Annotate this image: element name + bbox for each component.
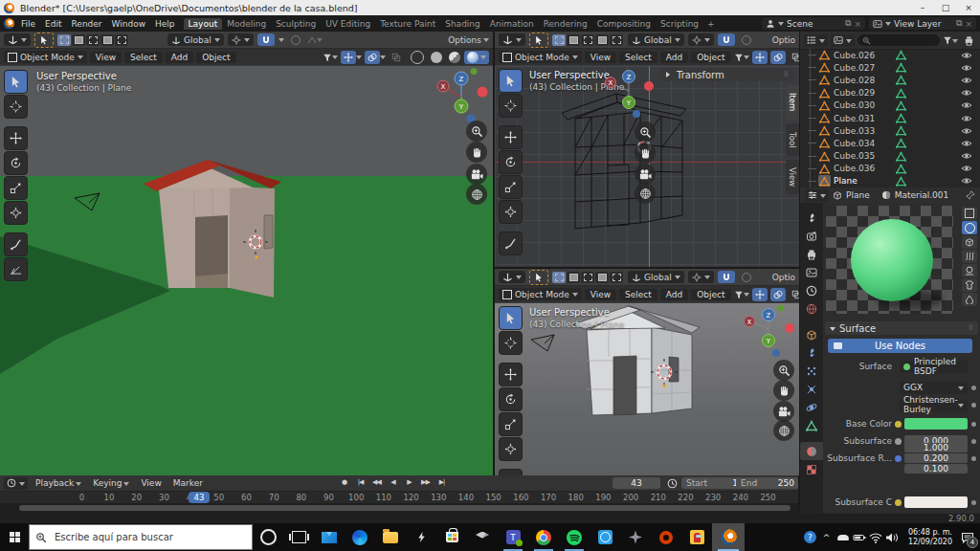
outliner-row[interactable]: Cube.030 (800, 99, 980, 112)
visibility-eye-icon[interactable] (961, 125, 972, 137)
select-extend-button[interactable] (610, 34, 623, 46)
outliner-row[interactable]: Cube.035 (800, 150, 980, 163)
overlays-toggle[interactable] (770, 288, 786, 301)
editor-type-button[interactable] (805, 189, 829, 202)
auto-keying-stopwatch-icon[interactable] (667, 478, 678, 489)
visibility-eye-icon[interactable] (961, 75, 972, 86)
transform-pivot-dropdown[interactable] (688, 271, 714, 283)
annotate-tool[interactable] (4, 232, 28, 256)
pan-hand-button[interactable] (773, 380, 794, 401)
use-nodes-button[interactable]: Use Nodes (828, 339, 972, 353)
object-visibility-dropdown[interactable] (734, 51, 749, 64)
mesh-object-icon[interactable] (818, 50, 831, 61)
tab-material[interactable] (800, 442, 823, 460)
preview-flat-button[interactable] (962, 207, 977, 220)
annotate-tool[interactable] (499, 231, 523, 255)
cortana-button[interactable] (253, 523, 283, 551)
material-preview[interactable] (826, 206, 953, 314)
new-collection-button[interactable] (961, 33, 976, 47)
select-circle-button[interactable] (581, 34, 594, 46)
tab-view-layer[interactable] (800, 263, 823, 281)
select-extend-button[interactable] (610, 272, 623, 283)
transform-orientation-dropdown[interactable]: Global (628, 271, 684, 283)
perspective-toggle-button[interactable] (773, 420, 794, 441)
mode-dropdown[interactable]: Object Mode (4, 51, 87, 63)
subsurface-method-dropdown[interactable]: Christensen-Burley (900, 399, 968, 411)
select-lasso-button[interactable] (595, 34, 609, 46)
visibility-eye-icon[interactable] (961, 62, 972, 74)
shading-rendered-button[interactable] (464, 51, 489, 64)
preview-cube-button[interactable] (962, 235, 977, 249)
mesh-object-icon[interactable] (818, 99, 831, 111)
view-layer-selector[interactable]: View Layer ⧉ × (869, 17, 976, 30)
subsurface-color-swatch[interactable] (904, 496, 968, 508)
mesh-object-icon[interactable] (818, 113, 831, 124)
among-us-app-icon[interactable] (681, 523, 712, 551)
workspace-tab[interactable]: Scripting (656, 18, 703, 30)
transform-tool[interactable] (499, 437, 523, 461)
outliner-row[interactable]: Plane (800, 175, 980, 187)
snap-toggle[interactable] (718, 33, 735, 46)
visibility-eye-icon[interactable] (961, 50, 972, 61)
mesh-object-icon[interactable] (818, 150, 831, 162)
tab-scene[interactable] (800, 281, 823, 299)
outliner-row[interactable]: Cube.036 (800, 163, 980, 175)
playback-button[interactable]: ▶ (402, 476, 416, 488)
editor-type-button[interactable] (499, 271, 525, 283)
navigation-gizmo[interactable]: Z X Y (742, 304, 797, 360)
workspace-tab[interactable]: Layout (184, 18, 223, 30)
preview-shaderball-button[interactable] (962, 264, 977, 277)
blender-logo-icon[interactable] (4, 18, 14, 29)
mesh-object-icon[interactable] (818, 62, 831, 74)
workspace-tab[interactable]: Modeling (222, 18, 271, 30)
dropbox-app-icon[interactable] (467, 523, 498, 551)
snap-toggle[interactable] (718, 271, 735, 283)
scale-tool[interactable] (499, 412, 523, 436)
frame-end-field[interactable]: End250 (736, 477, 798, 489)
unlink-scene-icon[interactable]: × (854, 19, 861, 29)
active-tool-button[interactable] (529, 33, 548, 48)
outliner-row[interactable]: Cube.033 (800, 124, 980, 137)
timeline-ruler[interactable]: 0102030405060708090100110120130140150160… (0, 491, 798, 504)
menu-item[interactable]: Render (67, 19, 107, 29)
blender-taskbar-icon[interactable] (712, 523, 745, 551)
tab-texture[interactable] (800, 460, 823, 478)
outliner-row[interactable]: Cube.026 (800, 49, 980, 61)
distribution-dropdown[interactable]: GGX (900, 382, 968, 394)
surface-panel-header[interactable]: Surface ⠿ (825, 321, 978, 335)
viewport-menu-item[interactable]: View (585, 52, 616, 63)
select-box-button[interactable] (72, 34, 85, 46)
camera-view-button[interactable] (635, 164, 656, 185)
workspace-tab[interactable]: Animation (485, 18, 539, 30)
proportional-editing-toggle[interactable] (739, 33, 754, 47)
camera-view-button[interactable] (773, 401, 794, 422)
remove-layer-icon[interactable]: × (965, 19, 972, 29)
radius-z-field[interactable]: 0.100 (904, 464, 968, 474)
teams-app-icon[interactable]: T (498, 523, 528, 551)
marker-menu[interactable]: Marker (169, 478, 207, 488)
new-layer-icon[interactable]: ⧉ (956, 18, 962, 29)
outliner-row[interactable]: Cube.031 (800, 112, 980, 124)
gizmos-toggle[interactable] (752, 51, 768, 64)
maximize-button[interactable]: □ (934, 0, 957, 15)
cursor-tool[interactable] (499, 94, 523, 118)
viewport-menu-item[interactable]: Object (691, 52, 730, 63)
select-lasso-button[interactable] (595, 272, 609, 283)
playback-button[interactable]: ● (337, 476, 351, 488)
keyframe-dot[interactable] (971, 403, 976, 408)
playback-menu[interactable]: Playback (32, 478, 85, 489)
object-name[interactable]: Cube.029 (834, 88, 895, 98)
editor-type-button[interactable] (499, 33, 525, 46)
move-tool[interactable] (499, 363, 523, 386)
move-tool[interactable] (499, 125, 523, 149)
drag-dots-icon[interactable]: ⠿ (784, 71, 789, 78)
visibility-eye-icon[interactable] (961, 163, 972, 174)
npanel-tab-view[interactable]: View (786, 160, 799, 194)
zoom-button[interactable] (635, 121, 656, 143)
keying-menu[interactable]: Keying (89, 478, 133, 489)
viewport-menu-item[interactable]: Add (660, 289, 688, 300)
playback-button[interactable]: ▶▶ (418, 476, 433, 488)
menu-item[interactable]: Window (107, 19, 151, 29)
viewport-menu-item[interactable]: Object (196, 52, 235, 63)
pin-icon[interactable] (966, 190, 975, 200)
